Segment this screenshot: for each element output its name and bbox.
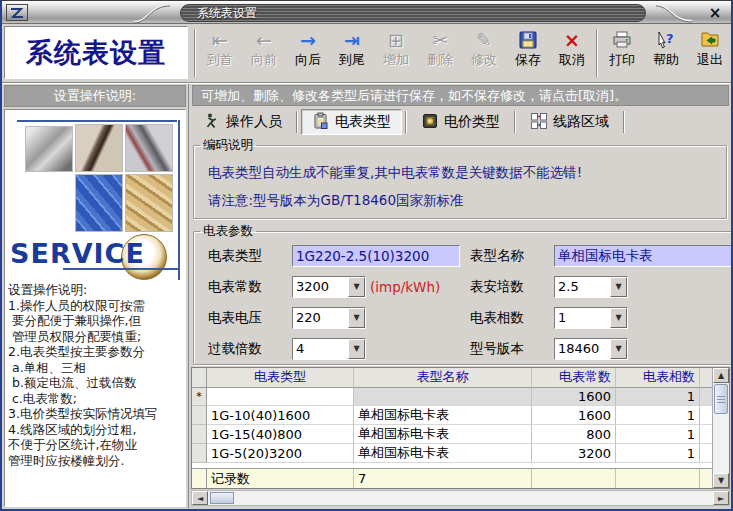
scroll-up-button[interactable]: ▲ — [713, 368, 729, 383]
vertical-scroll-thumb[interactable] — [714, 384, 728, 414]
cell-meter-type[interactable]: 1G-10(40)1600 — [207, 406, 354, 425]
row-selector[interactable] — [192, 444, 207, 463]
column-header-phase[interactable]: 电表相数 — [616, 368, 700, 388]
body-area: 设置操作说明: SERVICE 设置操作说明: 1.操作人员的权限可按需 要分配… — [2, 82, 731, 509]
operator-icon — [203, 112, 221, 133]
dropdown-icon[interactable]: ▼ — [348, 308, 365, 328]
cell-model-name[interactable]: 单相国标电卡表 — [354, 444, 532, 463]
scroll-left-button[interactable]: ◄ — [192, 491, 208, 505]
dropdown-icon[interactable]: ▼ — [348, 339, 365, 359]
save-button[interactable]: 保存 — [506, 26, 550, 80]
dropdown-icon[interactable]: ▼ — [610, 277, 627, 297]
cell-constant[interactable]: 1600 — [532, 388, 616, 407]
tab-meter-type[interactable]: 电表类型 — [301, 109, 402, 135]
last-button[interactable]: ⇥ 到尾 — [330, 26, 374, 80]
cell-phase[interactable]: 1 — [616, 388, 700, 407]
voltage-label: 电表电压 — [208, 309, 292, 327]
footer-cell — [700, 469, 712, 488]
exit-icon — [700, 28, 720, 52]
cell-constant[interactable]: 800 — [532, 425, 616, 444]
cell-meter-type[interactable] — [207, 388, 354, 407]
grid-row[interactable]: 1G-5(20)3200 单相国标电卡表 3200 1 — [192, 444, 712, 463]
model-version-select[interactable]: 18460 ▼ — [554, 338, 628, 360]
scroll-track[interactable] — [713, 415, 729, 473]
titlebar: 系统表设置 × — [2, 0, 731, 24]
phase-select[interactable]: 1 ▼ — [554, 307, 628, 329]
tab-operators[interactable]: 操作人员 — [192, 109, 293, 135]
grid-new-row[interactable]: * 1600 1 — [192, 388, 712, 407]
delete-button[interactable]: ✂ 删除 — [418, 26, 462, 80]
tab-price-type-label: 电价类型 — [444, 113, 500, 131]
record-count-value: 7 — [354, 469, 532, 488]
params-row: 过载倍数 4 ▼ 型号版本 18460 ▼ — [194, 333, 733, 364]
previous-button[interactable]: ← 向前 — [242, 26, 286, 80]
sidebar-header-text: 设置操作说明: — [54, 87, 136, 105]
row-selector[interactable] — [192, 406, 207, 425]
overload-select[interactable]: 4 ▼ — [292, 338, 366, 360]
tab-price-type[interactable]: 电价类型 — [410, 109, 511, 135]
close-button[interactable]: × — [705, 3, 725, 23]
help-button[interactable]: ? 帮助 — [644, 26, 688, 80]
cell-phase[interactable]: 1 — [616, 406, 700, 425]
cell-model-name[interactable] — [354, 388, 532, 407]
sidebar: 设置操作说明: SERVICE 设置操作说明: 1.操作人员的权限可按需 要分配… — [2, 84, 188, 508]
scroll-down-button[interactable]: ▼ — [713, 473, 729, 488]
params-row: 电表常数 3200 ▼ (imp/kWh) 表安培数 2.5 ▼ — [194, 271, 733, 302]
grid-header-row: 电表类型 表型名称 电表常数 电表相数 — [192, 368, 712, 388]
cell-extra — [700, 406, 712, 425]
add-label: 增加 — [383, 52, 409, 67]
next-label: 向后 — [295, 52, 321, 67]
first-button[interactable]: ⇤ 到首 — [198, 26, 242, 80]
grid-columns: 电表类型 表型名称 电表常数 电表相数 * 1600 1 — [192, 368, 712, 488]
cell-meter-type[interactable]: 1G-15(40)800 — [207, 425, 354, 444]
voltage-select[interactable]: 220 ▼ — [292, 307, 366, 329]
column-header-constant[interactable]: 电表常数 — [532, 368, 616, 388]
ampere-select[interactable]: 2.5 ▼ — [554, 276, 628, 298]
cell-model-name[interactable]: 单相国标电卡表 — [354, 425, 532, 444]
phase-label: 电表相数 — [470, 309, 554, 327]
horizontal-scroll-thumb[interactable] — [210, 492, 234, 504]
modify-button[interactable]: ✎ 修改 — [462, 26, 506, 80]
first-label: 到首 — [207, 52, 233, 67]
coding-groupbox-legend: 编码说明 — [200, 137, 256, 154]
add-button[interactable]: ⊞ 增加 — [374, 26, 418, 80]
grid-row[interactable]: 1G-10(40)1600 单相国标电卡表 1600 1 — [192, 406, 712, 425]
model-name-field[interactable] — [554, 245, 733, 267]
meter-type-field[interactable] — [292, 245, 460, 267]
app-window: 系统表设置 × 系统表设置 ⇤ 到首 ← 向前 → 向后 ⇥ 到尾 — [0, 0, 733, 511]
scroll-track[interactable] — [236, 491, 713, 505]
row-selector[interactable]: * — [192, 388, 207, 407]
cancel-button[interactable]: × 取消 — [550, 26, 594, 80]
column-header-meter-type[interactable]: 电表类型 — [207, 368, 354, 388]
price-book-icon — [421, 112, 439, 133]
dropdown-icon[interactable]: ▼ — [348, 277, 365, 297]
cell-phase[interactable]: 1 — [616, 425, 700, 444]
meter-constant-select[interactable]: 3200 ▼ — [292, 276, 366, 298]
save-icon — [518, 28, 538, 52]
cell-constant[interactable]: 1600 — [532, 406, 616, 425]
row-selector[interactable] — [192, 425, 207, 444]
grid-row[interactable]: 1G-15(40)800 单相国标电卡表 800 1 — [192, 425, 712, 444]
dropdown-icon[interactable]: ▼ — [610, 339, 627, 359]
cell-model-name[interactable]: 单相国标电卡表 — [354, 406, 532, 425]
cell-meter-type[interactable]: 1G-5(20)3200 — [207, 444, 354, 463]
scroll-right-button[interactable]: ► — [713, 491, 729, 505]
help-label: 帮助 — [653, 52, 679, 67]
exit-button[interactable]: 退出 — [688, 26, 732, 80]
column-header-model-name[interactable]: 表型名称 — [354, 368, 532, 388]
next-button[interactable]: → 向后 — [286, 26, 330, 80]
horizontal-scrollbar[interactable]: ◄ ► — [191, 490, 730, 506]
print-button[interactable]: 打印 — [600, 26, 644, 80]
collage-divider — [178, 120, 180, 280]
cell-constant[interactable]: 3200 — [532, 444, 616, 463]
phase-value: 1 — [555, 308, 610, 328]
vertical-scrollbar[interactable]: ▲ ▼ — [712, 368, 729, 488]
cell-phase[interactable]: 1 — [616, 444, 700, 463]
dropdown-icon[interactable]: ▼ — [610, 308, 627, 328]
modify-icon: ✎ — [476, 28, 492, 52]
tab-line-area[interactable]: 线路区域 — [519, 109, 620, 135]
titlebar-ornament — [132, 3, 172, 23]
model-version-value: 18460 — [555, 339, 610, 359]
previous-label: 向前 — [251, 52, 277, 67]
meter-type-label: 电表类型 — [208, 247, 292, 265]
